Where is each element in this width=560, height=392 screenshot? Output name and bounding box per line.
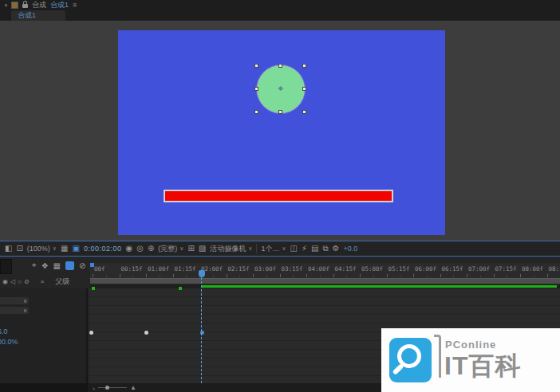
pixel-aspect-icon[interactable]: ◫: [290, 241, 298, 256]
transparency-grid-icon[interactable]: ▨: [199, 241, 206, 256]
work-area-bar[interactable]: [90, 278, 560, 284]
view-layout-caret-icon[interactable]: ∨: [282, 245, 286, 252]
grid-options-icon[interactable]: ▦: [61, 241, 68, 256]
ruler-subtick-mark: [480, 276, 481, 277]
composition-canvas[interactable]: [118, 30, 445, 235]
parent-column-label[interactable]: 父级: [55, 276, 69, 287]
timeline-button-icon[interactable]: ▤: [311, 241, 318, 256]
timeline-corner-box: [0, 259, 12, 274]
property-value-1[interactable]: 6.0: [0, 327, 8, 335]
audio-icon[interactable]: ◁: [10, 278, 15, 285]
work-area-start-marker[interactable]: [90, 263, 94, 267]
panel-menu-icon[interactable]: ≡: [73, 1, 77, 9]
playhead-line: [201, 277, 202, 383]
ruler-tick-label: 08:15f: [549, 265, 560, 272]
camera-view-select[interactable]: 活动摄像机: [210, 244, 246, 254]
timecode-display[interactable]: 0:00:02:00: [84, 245, 122, 253]
lock-column-icon[interactable]: ⊘: [24, 278, 30, 285]
ruler-tick-mark: [387, 274, 388, 277]
selection-handle[interactable]: [254, 87, 258, 91]
timeline-ruler[interactable]: 00f00:15f01:00f01:15f02:00f02:15f03:00f0…: [90, 263, 560, 279]
resolution-select[interactable]: (完整): [158, 244, 177, 254]
playhead-marker[interactable]: [199, 270, 205, 277]
cached-frames-line: [202, 285, 557, 288]
ruler-subtick-mark: [373, 276, 374, 277]
solo-icon[interactable]: ○: [18, 278, 22, 285]
ruler-subtick-mark: [453, 276, 454, 277]
ruler-tick-mark: [440, 274, 441, 277]
keyframe[interactable]: [144, 331, 148, 335]
ruler-tick-label: 08:00f: [522, 265, 543, 272]
switches-icon[interactable]: ×: [41, 278, 45, 285]
ruler-tick-mark: [467, 274, 467, 277]
timeline-zoom-out-icon[interactable]: ▵: [93, 385, 95, 390]
selection-handle[interactable]: [254, 64, 258, 68]
frame-blend-icon[interactable]: [65, 261, 74, 270]
magnification-select[interactable]: (100%): [27, 245, 50, 253]
always-preview-icon[interactable]: ◧: [5, 241, 12, 256]
red-bar-layer[interactable]: [164, 190, 393, 202]
selection-handle[interactable]: [302, 87, 306, 91]
lock-icon[interactable]: [22, 4, 28, 8]
watermark-title: IT百科: [444, 349, 521, 384]
exposure-value[interactable]: +0.0: [344, 245, 358, 253]
cached-segment-mark: [179, 287, 182, 290]
ruler-subtick-mark: [106, 276, 107, 277]
ruler-subtick-mark: [213, 276, 214, 277]
ruler-tick-mark: [93, 274, 93, 277]
timeline-zoom-slider[interactable]: [98, 387, 127, 388]
keyframe[interactable]: [89, 331, 93, 335]
anchor-point-icon[interactable]: ⌖: [275, 83, 286, 94]
ruler-subtick-mark: [132, 276, 133, 277]
ruler-tick-label: 03:00f: [254, 265, 276, 272]
tab-comp1[interactable]: 合成1: [11, 10, 65, 21]
ruler-tick-label: 00:15f: [121, 265, 143, 272]
property-value-2[interactable]: 100.0%: [0, 338, 18, 346]
ruler-tick-mark: [173, 274, 174, 277]
monitor-icon[interactable]: ⊡: [16, 241, 22, 256]
ruler-subtick-mark: [320, 276, 321, 277]
selection-handle[interactable]: [278, 64, 282, 68]
timeline-column-header: ◉ ◁ ○ ⊘ × 父级: [2, 276, 69, 287]
ruler-subtick-mark: [186, 276, 187, 277]
ruler-tick-label: 06:15f: [442, 265, 463, 272]
ruler-tick-label: 07:15f: [495, 265, 517, 272]
timeline-zoom-knob[interactable]: [105, 386, 109, 390]
parent-dropdown-1[interactable]: ∨: [0, 297, 29, 304]
ruler-subtick-mark: [293, 276, 294, 277]
pconline-logo: [389, 338, 432, 382]
view-layout-select[interactable]: 1个…: [261, 244, 279, 254]
channels-icon[interactable]: ⊕: [148, 241, 154, 256]
ruler-tick-label: 05:15f: [388, 265, 410, 272]
exposure-gear-icon[interactable]: ⚙: [333, 241, 340, 256]
draft-3d-icon[interactable]: ❖: [41, 261, 49, 270]
hide-shy-icon[interactable]: ▦: [53, 261, 61, 270]
ruler-subtick-mark: [266, 276, 267, 277]
selection-handle[interactable]: [302, 64, 306, 68]
ruler-subtick-mark: [346, 276, 347, 277]
resolution-caret-icon[interactable]: ∨: [179, 245, 183, 252]
ruler-tick-label: 01:00f: [148, 265, 169, 272]
motion-blur-icon[interactable]: ⊘: [79, 261, 85, 270]
ruler-tick-mark: [413, 274, 414, 277]
snapshot-icon[interactable]: ◉: [125, 241, 132, 256]
ruler-tick-mark: [333, 274, 334, 277]
selection-handle[interactable]: [254, 110, 258, 114]
fast-preview-icon[interactable]: ⚡: [302, 241, 307, 256]
eye-icon[interactable]: ◉: [2, 278, 8, 285]
selection-handle[interactable]: [302, 110, 306, 114]
flowchart-icon[interactable]: ⧉: [322, 241, 328, 256]
show-snapshot-icon[interactable]: ◎: [136, 241, 144, 256]
panel-dot-icon: [5, 4, 7, 6]
timeline-zoom-in-icon[interactable]: ▲: [130, 384, 136, 391]
ruler-subtick-mark: [534, 276, 534, 277]
parent-dropdown-2[interactable]: ∨: [0, 307, 29, 314]
selection-handle[interactable]: [278, 110, 282, 114]
ruler-tick-label: 04:15f: [335, 265, 357, 272]
camera-caret-icon[interactable]: ∨: [248, 245, 252, 252]
comp-mini-flowchart-icon[interactable]: ⌖: [32, 261, 37, 270]
mask-visibility-icon[interactable]: ▣: [72, 241, 79, 256]
comp-tab-bar: 合成1: [0, 10, 560, 21]
magnification-caret-icon[interactable]: ∨: [53, 245, 57, 252]
target-region-icon[interactable]: ⊞: [187, 241, 194, 256]
